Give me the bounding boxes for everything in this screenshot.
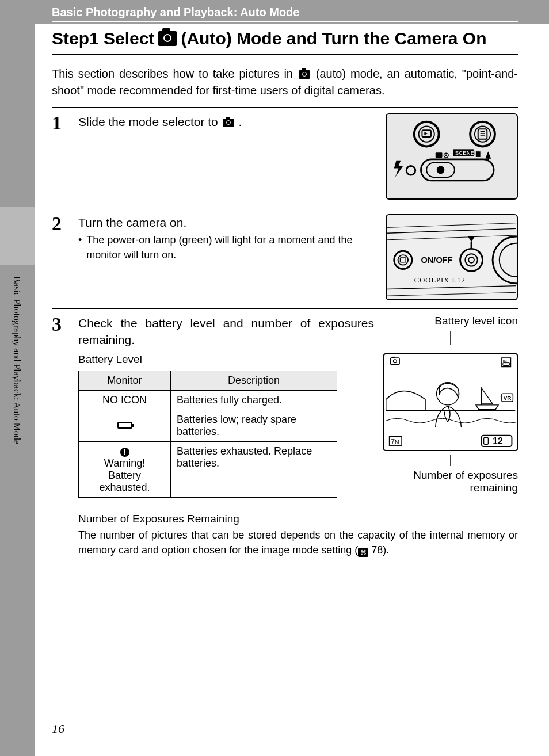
- breadcrumb: Basic Photography and Playback: Auto Mod…: [52, 6, 518, 22]
- svg-rect-44: [503, 363, 510, 366]
- step-1-title: Slide the mode selector to .: [78, 113, 376, 130]
- step-number: 1: [52, 113, 71, 200]
- svg-point-19: [445, 155, 447, 156]
- table-header-description: Description: [171, 371, 337, 390]
- step-3: 3 Check the battery level and number of …: [52, 308, 518, 558]
- pointer-line-icon: [448, 331, 453, 345]
- breadcrumb-band: Basic Photography and Playback: Auto Mod…: [0, 0, 549, 24]
- step-2: 2 Turn the camera on. • The power-on lam…: [52, 208, 518, 300]
- step-1-illustration: SCENE SCENE: [386, 113, 518, 200]
- svg-rect-20: [476, 151, 481, 157]
- warning-line: Warning!: [85, 457, 165, 469]
- battery-low-icon: [117, 422, 132, 429]
- monitor-cell: [79, 410, 171, 441]
- svg-rect-40: [391, 358, 400, 365]
- manual-page: Basic Photography and Playback: Auto Mod…: [35, 0, 549, 756]
- step-2-illustration: ON/OFF COOLPIX L12: [386, 214, 518, 300]
- svg-text:SCENE: SCENE: [455, 150, 475, 156]
- svg-text:IN: IN: [503, 359, 507, 363]
- warning-icon: !: [120, 448, 129, 457]
- intro-pre: This section describes how to take pictu…: [52, 67, 298, 80]
- table-row: ! Warning! Battery exhausted. Batteries …: [79, 441, 337, 497]
- battery-level-heading: Battery Level: [78, 353, 374, 366]
- step-number: 2: [52, 214, 71, 300]
- step-3-title: Check the battery level and number of ex…: [78, 315, 374, 349]
- svg-rect-53: [484, 438, 489, 445]
- step-2-bullet: • The power-on lamp (green) will light f…: [78, 233, 376, 262]
- svg-rect-17: [436, 152, 443, 158]
- svg-text:ON/OFF: ON/OFF: [421, 255, 452, 265]
- side-section-label: Basic Photography and Playback: Auto Mod…: [12, 276, 22, 444]
- description-cell: Batteries fully charged.: [171, 390, 337, 410]
- bullet-dot: •: [78, 233, 82, 262]
- page-ref-icon: ⌘: [358, 548, 368, 557]
- step-3-right-panel: Battery level icon: [383, 315, 518, 498]
- svg-text:M: M: [395, 439, 399, 445]
- battery-icon-label: Battery level icon: [383, 315, 518, 327]
- table-header-monitor: Monitor: [79, 371, 171, 390]
- step-2-title: Turn the camera on.: [78, 214, 376, 231]
- table-row: NO ICON Batteries fully charged.: [79, 390, 337, 410]
- lcd-preview: IN: [383, 353, 518, 451]
- exposures-remaining-label-2: remaining: [383, 482, 518, 494]
- lcd-exposure-count: 12: [493, 436, 503, 446]
- svg-rect-0: [387, 114, 516, 198]
- warning-line: Battery: [85, 469, 165, 482]
- svg-rect-42: [391, 357, 395, 358]
- svg-text:COOLPIX L12: COOLPIX L12: [414, 276, 466, 284]
- camera-icon: [158, 31, 177, 46]
- page-number: 16: [52, 721, 64, 736]
- warning-line: exhausted.: [85, 482, 165, 494]
- side-tab: [0, 207, 35, 265]
- monitor-cell: NO ICON: [79, 390, 171, 410]
- step-number: 3: [52, 315, 71, 558]
- bullet-text: The power-on lamp (green) will light for…: [86, 233, 376, 262]
- pointer-line-icon: [448, 455, 453, 466]
- step-1: 1 Slide the mode selector to .: [52, 107, 518, 200]
- monitor-cell: ! Warning! Battery exhausted.: [79, 441, 171, 497]
- page-title: Step1 Select (Auto) Mode and Turn the Ca…: [52, 24, 518, 55]
- intro-paragraph: This section describes how to take pictu…: [52, 66, 518, 99]
- title-post: (Auto) Mode and Turn the Camera On: [181, 29, 486, 48]
- description-cell: Batteries exhausted. Replace batteries.: [171, 441, 337, 497]
- exposures-remaining-heading: Number of Exposures Remaining: [78, 513, 518, 525]
- title-pre: Step1 Select: [52, 29, 154, 48]
- description-cell: Batteries low; ready spare batteries.: [171, 410, 337, 441]
- exposures-remaining-paragraph: The number of pictures that can be store…: [78, 528, 518, 558]
- camera-icon: [223, 119, 234, 127]
- svg-text:VR: VR: [504, 395, 512, 401]
- table-row: Batteries low; ready spare batteries.: [79, 410, 337, 441]
- battery-level-table: Monitor Description NO ICON Batteries fu…: [78, 371, 337, 498]
- svg-point-13: [437, 166, 445, 174]
- exposures-remaining-label-1: Number of exposures: [383, 469, 518, 482]
- camera-icon: [299, 70, 310, 79]
- svg-text:7: 7: [391, 437, 395, 445]
